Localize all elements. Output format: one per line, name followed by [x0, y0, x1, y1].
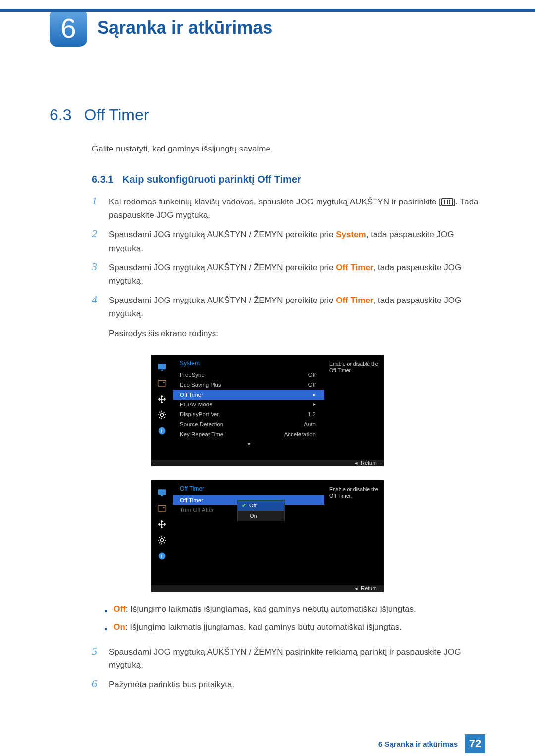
- step-4: 4 Spausdami JOG mygtuką AUKŠTYN / ŽEMYN …: [92, 294, 485, 340]
- osd-item-value: Off: [308, 382, 316, 388]
- arrows-icon: [156, 519, 168, 530]
- caret-left-icon: ◂: [355, 585, 358, 592]
- bullet-text: Off: Išjungimo laikmatis išjungiamas, ka…: [113, 605, 416, 617]
- step-text: Spausdami JOG mygtuką AUKŠTYN / ŽEMYN pe…: [109, 263, 336, 272]
- bullet-dot-icon: ●: [104, 605, 107, 617]
- osd-footer: ◂ Return: [151, 585, 384, 592]
- bullet-on: ● On: Išjungimo laikmatis įjungiamas, ka…: [104, 622, 485, 635]
- osd-return-label: Return: [361, 585, 377, 591]
- osd-item-label: PC/AV Mode: [180, 402, 213, 407]
- bullet-label: Off: [113, 605, 126, 614]
- arrows-icon: [156, 394, 168, 404]
- step-body: Pažymėta parinktis bus pritaikyta.: [109, 678, 485, 691]
- section-number: 6.3: [50, 106, 71, 124]
- info-icon: i: [156, 425, 168, 436]
- header-rule: [0, 9, 535, 12]
- osd-sidebar-icons: i: [151, 480, 173, 585]
- svg-rect-9: [158, 505, 166, 511]
- bullet-body: : Išjungimo laikmatis išjungiamas, kad g…: [126, 605, 416, 614]
- section-header: 6.3 Off Timer: [50, 106, 485, 124]
- dropdown-item-on: On: [238, 511, 284, 521]
- osd-title: System: [173, 360, 324, 367]
- steps-list: 1 Kai rodomas funkcinių klavišų vadovas,…: [92, 195, 485, 340]
- gear-icon: [156, 535, 168, 546]
- osd-panel: i System FreeSyncOff Eco Saving PlusOff …: [151, 355, 384, 466]
- osd-item-value: Acceleration: [284, 431, 316, 437]
- osd-panel-2: i Off Timer Off Timer Turn Off After ✔Of…: [151, 480, 384, 592]
- picture-icon: [156, 503, 168, 514]
- svg-point-3: [163, 381, 165, 383]
- osd-item-pcav: PC/AV Mode▸: [173, 400, 324, 409]
- scroll-down-icon: ▾: [173, 441, 324, 447]
- steps-list-cont: 5 Spausdami JOG mygtuką AUKŠTYN / ŽEMYN …: [92, 645, 485, 692]
- svg-point-10: [163, 506, 165, 508]
- step-body: Kai rodomas funkcinių klavišų vadovas, s…: [109, 195, 485, 222]
- step-text: Spausdami JOG mygtuką AUKŠTYN / ŽEMYN pe…: [109, 296, 336, 305]
- dropdown-label: On: [250, 513, 257, 519]
- svg-text:i: i: [161, 427, 162, 434]
- osd-item-keyrepeat: Key Repeat TimeAcceleration: [173, 429, 324, 439]
- chapter-title: Sąranka ir atkūrimas: [97, 17, 272, 38]
- osd-item-offtimer: Off Timer▸: [173, 390, 324, 400]
- osd-item-label: FreeSync: [180, 372, 204, 378]
- section-title: Off Timer: [84, 106, 149, 124]
- osd-dropdown: ✔Off On: [237, 500, 285, 521]
- step-number: 3: [92, 261, 102, 288]
- step-body: Spausdami JOG mygtuką AUKŠTYN / ŽEMYN pe…: [109, 294, 485, 340]
- osd-item-value: Auto: [304, 421, 316, 427]
- bullet-dot-icon: ●: [104, 622, 107, 635]
- highlight-system: System: [336, 230, 366, 239]
- check-icon: ✔: [242, 503, 246, 509]
- dropdown-item-off: ✔Off: [238, 501, 284, 511]
- osd-item-value: 1.2: [308, 411, 316, 417]
- osd-item-eco: Eco Saving PlusOff: [173, 380, 324, 390]
- step-number: 6: [92, 678, 102, 691]
- svg-rect-2: [158, 380, 166, 386]
- osd-return-label: Return: [361, 460, 377, 466]
- osd-item-value: Off: [308, 372, 316, 378]
- osd-item-label: Off Timer: [180, 392, 203, 398]
- bullet-list: ● Off: Išjungimo laikmatis išjungiamas, …: [104, 605, 485, 635]
- osd-item-label: DisplayPort Ver.: [180, 411, 220, 417]
- page: 6 Sąranka ir atkūrimas 6.3 Off Timer Gal…: [0, 9, 535, 756]
- footer-text: 6 Sąranka ir atkūrimas: [378, 740, 458, 748]
- osd-item-value: ▸: [313, 392, 316, 398]
- svg-text:i: i: [161, 553, 162, 559]
- step-1: 1 Kai rodomas funkcinių klavišų vadovas,…: [92, 195, 485, 222]
- osd-footer: ◂ Return: [151, 460, 384, 466]
- step-number: 5: [92, 645, 102, 672]
- osd-description: Enable or disable the Off Timer.: [324, 480, 384, 574]
- svg-point-11: [160, 538, 164, 542]
- monitor-icon: [156, 487, 168, 498]
- subsection-title: Kaip sukonfigūruoti parinktį Off Timer: [122, 174, 301, 185]
- bullet-label: On: [113, 622, 125, 632]
- osd-item-label: Turn Off After: [180, 507, 214, 513]
- osd-title: Off Timer: [173, 485, 324, 492]
- bullet-text: On: Išjungimo laikmatis įjungiamas, kad …: [113, 622, 402, 635]
- step-text: Spausdami JOG mygtuką AUKŠTYN / ŽEMYN pe…: [109, 230, 336, 239]
- subsection-header: 6.3.1 Kaip sukonfigūruoti parinktį Off T…: [92, 174, 485, 185]
- step-6: 6 Pažymėta parinktis bus pritaikyta.: [92, 678, 485, 691]
- footer-page-number: 72: [465, 734, 485, 753]
- osd-item-freesync: FreeSyncOff: [173, 370, 324, 380]
- osd-item-dpver: DisplayPort Ver.1.2: [173, 409, 324, 419]
- step-5: 5 Spausdami JOG mygtuką AUKŠTYN / ŽEMYN …: [92, 645, 485, 672]
- step-text: Kai rodomas funkcinių klavišų vadovas, s…: [109, 197, 441, 206]
- subsection-number: 6.3.1: [92, 174, 113, 185]
- page-footer: 6 Sąranka ir atkūrimas 72: [378, 734, 485, 753]
- svg-point-4: [160, 413, 164, 416]
- step-body: Spausdami JOG mygtuką AUKŠTYN / ŽEMYN pe…: [109, 261, 485, 288]
- menu-icon: [441, 198, 453, 206]
- step-3: 3 Spausdami JOG mygtuką AUKŠTYN / ŽEMYN …: [92, 261, 485, 288]
- osd-item-label: Key Repeat Time: [180, 431, 223, 437]
- highlight-offtimer: Off Timer: [336, 263, 373, 272]
- highlight-offtimer: Off Timer: [336, 296, 373, 305]
- step-body: Spausdami JOG mygtuką AUKŠTYN / ŽEMYN pe…: [109, 228, 485, 254]
- osd-items: FreeSyncOff Eco Saving PlusOff Off Timer…: [173, 370, 324, 439]
- section-intro: Galite nustatyti, kad gaminys išsijungtų…: [92, 144, 485, 154]
- svg-rect-8: [161, 495, 163, 496]
- step-number: 1: [92, 195, 102, 222]
- bullet-body: : Išjungimo laikmatis įjungiamas, kad ga…: [125, 622, 402, 632]
- step-body: Spausdami JOG mygtuką AUKŠTYN / ŽEMYN pa…: [109, 645, 485, 672]
- bullet-off: ● Off: Išjungimo laikmatis išjungiamas, …: [104, 605, 485, 617]
